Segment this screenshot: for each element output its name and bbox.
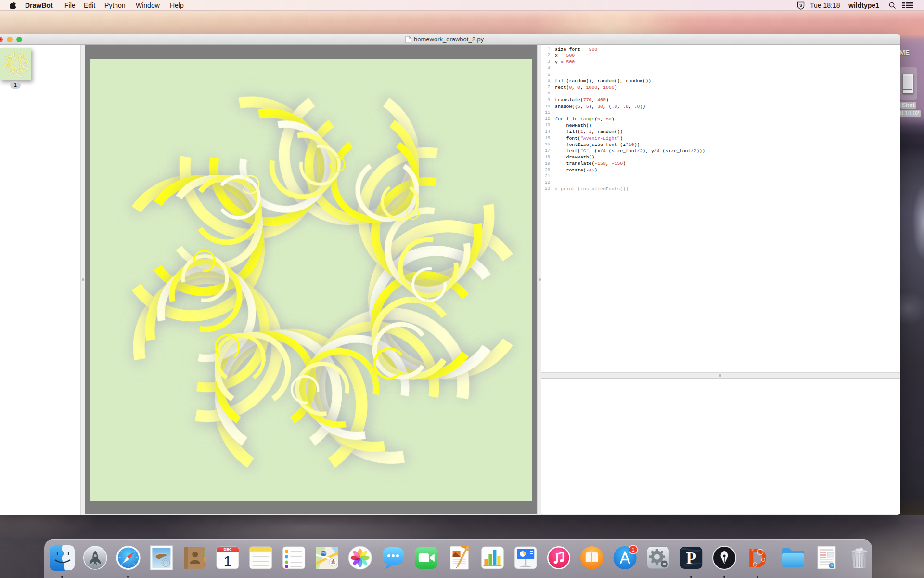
svg-text:DEC: DEC xyxy=(224,547,232,552)
svg-text:S: S xyxy=(799,3,802,8)
svg-text:280: 280 xyxy=(321,552,326,555)
svg-text:1: 1 xyxy=(632,547,635,552)
svg-text:1: 1 xyxy=(224,553,232,569)
svg-text:3D: 3D xyxy=(331,561,335,564)
svg-text:D: D xyxy=(748,543,767,573)
svg-text:P: P xyxy=(686,549,696,568)
